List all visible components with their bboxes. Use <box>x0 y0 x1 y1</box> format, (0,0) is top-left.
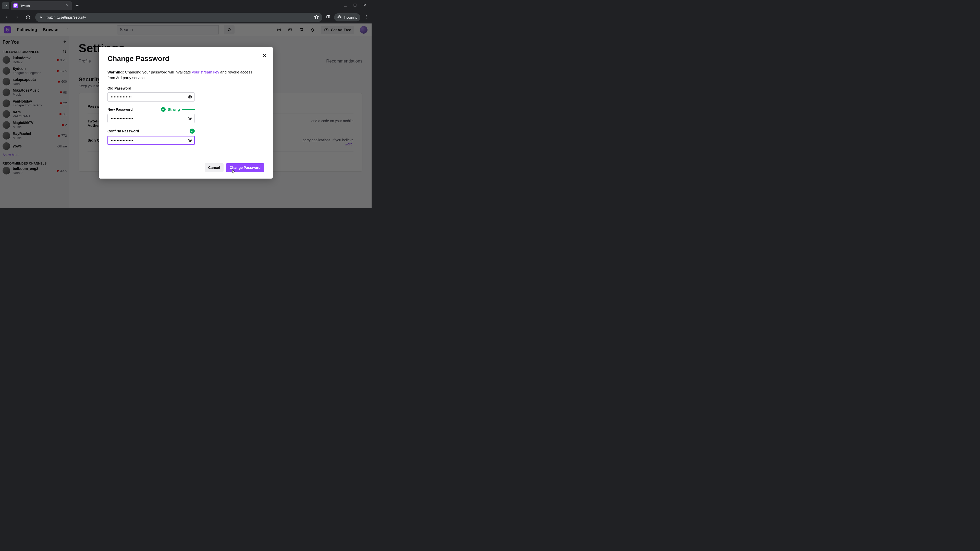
modal-close-button[interactable] <box>261 52 268 59</box>
confirm-password-label: Confirm Password <box>107 129 139 133</box>
tab-search-button[interactable] <box>2 2 9 9</box>
site-info-icon[interactable] <box>39 15 43 20</box>
confirm-password-input[interactable] <box>107 136 195 145</box>
incognito-badge[interactable]: Incognito <box>334 13 360 21</box>
back-button[interactable] <box>3 14 10 21</box>
browser-tabstrip: Twitch <box>0 0 372 11</box>
change-password-modal: Change Password Warning: Changing your p… <box>99 47 273 179</box>
old-password-input[interactable] <box>107 92 195 102</box>
svg-point-16 <box>366 17 367 17</box>
svg-point-15 <box>366 15 367 16</box>
modal-overlay[interactable]: Change Password Warning: Changing your p… <box>0 24 372 208</box>
browser-toolbar: twitch.tv/settings/security Incognito <box>0 11 372 24</box>
svg-point-34 <box>189 140 191 141</box>
page-viewport: Following Browse Search Get Ad-Free <box>0 24 372 208</box>
url-text: twitch.tv/settings/security <box>46 15 86 19</box>
svg-point-32 <box>189 96 191 97</box>
old-password-label: Old Password <box>107 86 131 90</box>
confirm-match-icon <box>189 129 195 134</box>
modal-title: Change Password <box>107 55 264 63</box>
window-maximize-icon[interactable] <box>353 3 357 8</box>
window-controls <box>343 3 369 8</box>
twitch-favicon <box>13 3 18 8</box>
toggle-confirm-password-icon[interactable] <box>187 138 192 143</box>
svg-rect-13 <box>327 16 330 18</box>
svg-rect-5 <box>354 4 356 6</box>
forward-button[interactable] <box>14 14 21 21</box>
check-icon <box>161 107 165 112</box>
window-close-icon[interactable] <box>363 3 367 8</box>
stream-key-link[interactable]: your stream key <box>192 70 219 74</box>
tab-close-icon[interactable] <box>65 3 69 8</box>
modal-warning: Warning: Changing your password will inv… <box>107 69 258 81</box>
svg-point-11 <box>41 17 42 18</box>
change-password-button[interactable]: Change Password <box>226 163 264 172</box>
new-password-label: New Password <box>107 107 133 111</box>
svg-point-10 <box>40 17 41 17</box>
cancel-button[interactable]: Cancel <box>205 163 224 172</box>
reload-button[interactable] <box>24 14 32 21</box>
svg-point-17 <box>366 18 367 19</box>
password-strength-indicator: Strong <box>161 107 195 112</box>
svg-marker-12 <box>315 15 318 19</box>
bookmark-icon[interactable] <box>314 15 319 20</box>
incognito-label: Incognito <box>344 16 357 19</box>
browser-tab-active[interactable]: Twitch <box>11 1 72 10</box>
side-panel-icon[interactable] <box>326 14 331 20</box>
svg-point-33 <box>189 118 191 119</box>
toggle-new-password-icon[interactable] <box>187 116 192 121</box>
incognito-icon <box>337 15 342 20</box>
new-tab-button[interactable] <box>73 2 81 9</box>
toggle-old-password-icon[interactable] <box>187 94 192 100</box>
browser-menu-icon[interactable] <box>364 14 369 20</box>
new-password-input[interactable] <box>107 114 195 123</box>
tab-title: Twitch <box>21 4 30 8</box>
address-bar[interactable]: twitch.tv/settings/security <box>35 13 322 22</box>
window-minimize-icon[interactable] <box>343 3 348 8</box>
